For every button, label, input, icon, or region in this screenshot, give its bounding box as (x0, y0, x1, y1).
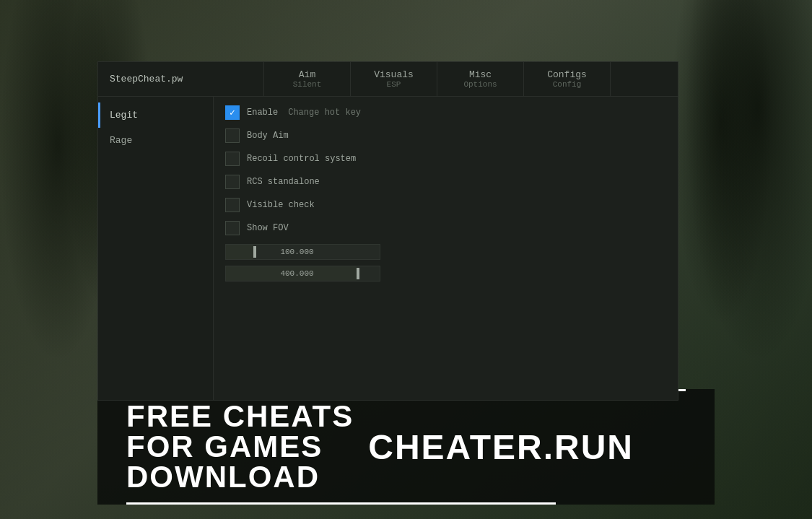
tab-misc-main: Misc (469, 69, 492, 80)
tab-misc-sub: Options (463, 80, 497, 89)
sidebar-item-legit[interactable]: Legit (98, 103, 213, 128)
content-area: Legit Rage Enable Change hot key Body Ai… (98, 97, 678, 400)
sidebar: Legit Rage (98, 97, 214, 400)
option-row-fov: Show FOV (225, 221, 666, 235)
slider-1[interactable]: 100.000 (225, 244, 380, 260)
tab-visuals-sub: ESP (387, 80, 401, 89)
tab-aim[interactable]: Aim Silent (264, 62, 351, 96)
tab-aim-main: Aim (299, 69, 315, 80)
tab-misc[interactable]: Misc Options (437, 62, 524, 96)
nav-bar: SteepCheat.pw Aim Silent Visuals ESP Mis… (98, 62, 678, 97)
wm-line3: DOWNLOAD (126, 462, 354, 492)
label-hotkey[interactable]: Change hot key (288, 108, 361, 118)
tab-configs[interactable]: Configs Config (524, 62, 611, 96)
checkbox-body-aim[interactable] (225, 128, 240, 143)
tab-configs-main: Configs (547, 69, 587, 80)
option-row-rcs: RCS standalone (225, 175, 666, 189)
checkbox-recoil[interactable] (225, 152, 240, 166)
wm-line1: FREE CHEATS (126, 401, 354, 432)
option-row-enable: Enable Change hot key (225, 105, 666, 120)
label-visible: Visible check (247, 200, 315, 210)
tab-visuals[interactable]: Visuals ESP (351, 62, 437, 96)
checkbox-enable[interactable] (225, 105, 240, 120)
options-area: Enable Change hot key Body Aim Recoil co… (214, 97, 678, 400)
label-rcs: RCS standalone (247, 177, 320, 187)
tab-configs-sub: Config (553, 80, 582, 89)
option-row-body-aim: Body Aim (225, 128, 666, 143)
wm-site: CHEATER.RUN (368, 427, 634, 467)
label-fov: Show FOV (247, 223, 289, 233)
watermark-area: FREE CHEATS FOR GAMES DOWNLOAD CHEATER.R… (97, 389, 715, 505)
checkbox-rcs[interactable] (225, 175, 240, 189)
label-enable: Enable (247, 108, 278, 118)
watermark-text: FREE CHEATS FOR GAMES DOWNLOAD (126, 401, 354, 492)
cheat-panel: SteepCheat.pw Aim Silent Visuals ESP Mis… (97, 61, 678, 401)
sidebar-item-rage[interactable]: Rage (98, 128, 213, 153)
option-row-recoil: Recoil control system (225, 152, 666, 166)
brand-label: SteepCheat.pw (98, 62, 264, 96)
slider-2[interactable]: 400.000 (225, 266, 380, 282)
checkbox-visible[interactable] (225, 198, 240, 212)
label-recoil: Recoil control system (247, 154, 356, 164)
slider-2-value: 400.000 (220, 269, 374, 278)
label-body-aim: Body Aim (247, 131, 289, 141)
checkbox-fov[interactable] (225, 221, 240, 235)
slider-row-1: 100.000 (225, 244, 380, 260)
option-row-visible: Visible check (225, 198, 666, 212)
wm-border-bottom (126, 502, 556, 505)
tab-aim-sub: Silent (293, 80, 322, 89)
tab-visuals-main: Visuals (374, 69, 414, 80)
nav-tabs: Aim Silent Visuals ESP Misc Options Conf… (264, 62, 678, 96)
slider-1-value: 100.000 (220, 248, 374, 256)
wm-line2: FOR GAMES (126, 432, 354, 462)
slider-row-2: 400.000 (225, 266, 380, 282)
